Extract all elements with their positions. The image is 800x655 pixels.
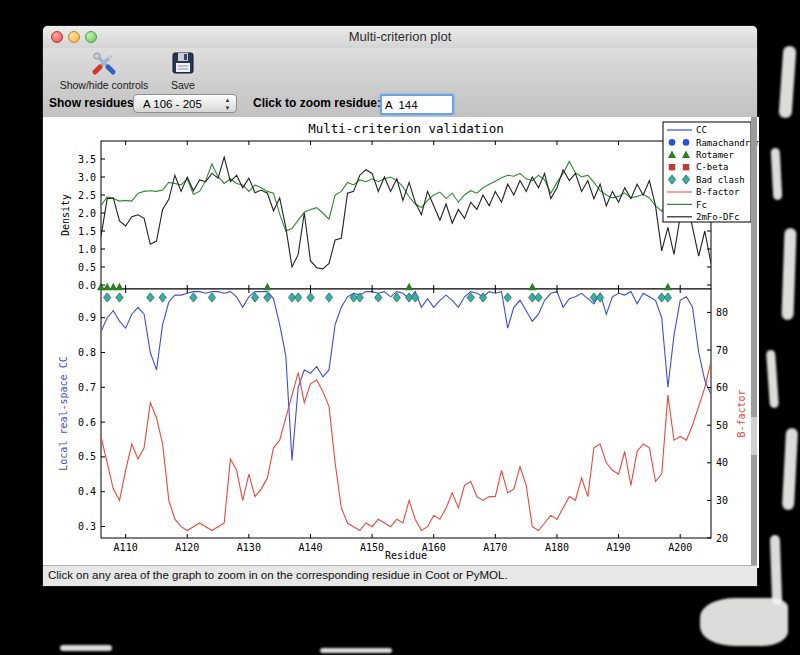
svg-text:A110: A110 (114, 542, 138, 553)
svg-text:30: 30 (716, 495, 728, 506)
rama-marker (683, 139, 690, 146)
svg-text:20: 20 (716, 533, 728, 544)
svg-text:A170: A170 (483, 542, 507, 553)
noise-artifact (320, 648, 392, 653)
svg-text:40: 40 (716, 457, 728, 468)
legend-label: CC (696, 125, 707, 135)
controls-row: Show residues: A 106 - 205 ▲▼ Click to z… (43, 91, 757, 118)
status-bar: Click on any area of the graph to zoom i… (43, 565, 757, 586)
svg-text:80: 80 (716, 307, 728, 318)
zoom-residue-input[interactable] (380, 94, 454, 115)
svg-text:70: 70 (716, 345, 728, 356)
noise-artifact (781, 228, 796, 320)
title-bar: Multi-criterion plot (43, 26, 757, 49)
x-axis-label: Residue (385, 550, 427, 561)
show-residues-value: A 106 - 205 (143, 98, 202, 110)
scrollbar-track[interactable] (751, 117, 757, 568)
tools-icon (49, 50, 159, 78)
noise-artifact (779, 46, 797, 119)
svg-text:60: 60 (716, 382, 728, 393)
zoom-residue-label: Click to zoom residue: (253, 96, 381, 110)
svg-text:A120: A120 (175, 542, 199, 553)
scrollbar-thumb[interactable] (751, 417, 757, 455)
cc-axis-label: Local real-space CC (58, 356, 69, 470)
rama-marker (669, 139, 676, 146)
show-residues-label: Show residues: (49, 96, 138, 110)
svg-text:A200: A200 (668, 542, 692, 553)
show-hide-controls-button[interactable]: Show/hide controls (49, 50, 159, 91)
svg-text:A190: A190 (607, 542, 631, 553)
screen-background: Multi-criterion plot Show/hide controls (0, 0, 800, 655)
legend-label: C-beta (696, 162, 729, 172)
validation-plot[interactable]: A110A120A130A140A150A160A170A180A190A200… (43, 117, 759, 568)
window-title: Multi-criterion plot (43, 29, 757, 44)
svg-text:0.7: 0.7 (78, 382, 96, 393)
status-message: Click on any area of the graph to zoom i… (48, 569, 508, 581)
svg-text:0.6: 0.6 (78, 417, 96, 428)
svg-text:3.0: 3.0 (78, 172, 96, 183)
density-axis-label: Density (60, 194, 71, 236)
svg-text:50: 50 (716, 420, 728, 431)
app-window: Multi-criterion plot Show/hide controls (42, 25, 758, 587)
svg-text:0.8: 0.8 (78, 347, 96, 358)
cbeta-marker (683, 164, 689, 170)
show-residues-dropdown[interactable]: A 106 - 205 ▲▼ (133, 94, 237, 113)
save-button[interactable]: Save (161, 50, 205, 91)
svg-text:1.0: 1.0 (78, 244, 96, 255)
chart-title: Multi-criterion validation (308, 121, 504, 136)
show-hide-controls-label: Show/hide controls (60, 79, 149, 91)
noise-artifact (771, 148, 783, 200)
svg-text:A140: A140 (298, 542, 322, 553)
bfactor-axis-label: B-factor (736, 389, 747, 437)
svg-text:A180: A180 (545, 542, 569, 553)
svg-text:0.5: 0.5 (78, 451, 96, 462)
svg-text:3.5: 3.5 (78, 154, 96, 165)
svg-text:2.0: 2.0 (78, 208, 96, 219)
figure-area: A110A120A130A140A150A160A170A180A190A200… (43, 117, 759, 568)
legend-label: 2mFo-DFc (696, 212, 739, 222)
noise-artifact (766, 350, 779, 408)
legend-label: Fc (696, 200, 707, 210)
stepper-arrows-icon: ▲▼ (221, 96, 234, 112)
legend-label: Bad clash (696, 175, 745, 185)
svg-text:2.5: 2.5 (78, 190, 96, 201)
legend-label: Ramachandran (696, 138, 759, 148)
svg-text:0.9: 0.9 (78, 312, 96, 323)
legend-label: Rotamer (696, 150, 735, 160)
svg-text:A150: A150 (360, 542, 384, 553)
svg-text:A130: A130 (237, 542, 261, 553)
svg-text:1.5: 1.5 (78, 226, 96, 237)
toolbar: Show/hide controls Save (43, 48, 757, 91)
noise-artifact (60, 645, 112, 651)
svg-text:0.4: 0.4 (78, 486, 96, 497)
legend-label: B-factor (696, 187, 740, 197)
cbeta-marker (669, 164, 675, 170)
svg-text:0.0: 0.0 (78, 280, 96, 291)
noise-artifact (700, 598, 788, 646)
svg-text:0.3: 0.3 (78, 521, 96, 532)
noise-artifact (782, 428, 798, 511)
save-label: Save (171, 79, 195, 91)
svg-text:0.5: 0.5 (78, 262, 96, 273)
noise-artifact (770, 535, 782, 605)
save-icon (161, 50, 205, 78)
